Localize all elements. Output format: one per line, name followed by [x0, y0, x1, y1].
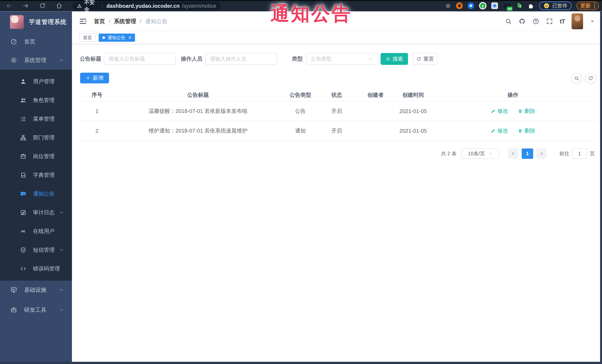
- delete-icon: [518, 109, 523, 114]
- announcement-icon: [20, 191, 26, 197]
- search-icon: [574, 76, 579, 81]
- tag-notice-active[interactable]: 通知公告 ×: [99, 33, 135, 42]
- security-label: 不安全: [84, 0, 98, 13]
- sidebar-item-infrastructure[interactable]: 基础设施: [0, 281, 72, 299]
- delete-button[interactable]: 删除: [518, 107, 535, 115]
- active-dot-icon: [102, 36, 105, 39]
- sidebar-item-dashboard[interactable]: 首页: [0, 32, 72, 51]
- sidebar-item-post-badge[interactable]: 岗位管理: [0, 147, 72, 166]
- sidebar-item-online-users[interactable]: 在线用户: [0, 222, 72, 240]
- tag-label: 首页: [83, 35, 92, 41]
- page-number-button[interactable]: 1: [522, 148, 533, 159]
- extension-recorder-on-icon[interactable]: on: [503, 2, 511, 9]
- breadcrumb-home[interactable]: 首页: [94, 18, 105, 25]
- watermark-annotation: 通知公告: [270, 1, 352, 27]
- notice-table: 序号 公告标题 公告类型 状态 创建者 创建时间 操作 1 温馨提醒：2018-…: [79, 89, 597, 141]
- url-host: dashboard.yudao.iocoder.cn: [107, 3, 180, 9]
- type-select[interactable]: 公告类型: [306, 53, 378, 65]
- caret-down-icon[interactable]: [590, 19, 595, 24]
- operator-filter-input[interactable]: [205, 53, 277, 65]
- sidebar-item-audit-log[interactable]: 审计日志: [0, 203, 72, 222]
- hamburger-fold-icon[interactable]: [79, 17, 87, 26]
- emoji-face-icon: [543, 3, 550, 9]
- browser-extensions-cluster: y on 已暂停 更新: [445, 0, 599, 11]
- chevron-down-icon: [59, 307, 64, 312]
- chevron-down-icon: [368, 56, 373, 62]
- back-icon[interactable]: [6, 2, 13, 9]
- help-icon[interactable]: [532, 18, 539, 25]
- menu-kebab-icon[interactable]: [594, 3, 595, 8]
- title-filter-input[interactable]: [104, 53, 176, 65]
- user-avatar[interactable]: [572, 13, 583, 29]
- sidebar-item-dictionary[interactable]: 字典管理: [0, 166, 72, 184]
- sidebar-item-label: 通知公告: [33, 190, 54, 198]
- column-no: 序号: [79, 89, 115, 101]
- fullscreen-icon[interactable]: [546, 18, 553, 25]
- page-size-select[interactable]: 10条/页: [462, 148, 499, 159]
- refresh-table-button[interactable]: [585, 73, 596, 83]
- add-button-label: 新增: [93, 74, 104, 82]
- goto-label: 前往: [559, 150, 569, 157]
- breadcrumb-system[interactable]: 系统管理: [114, 18, 136, 25]
- font-size-icon[interactable]: tT: [560, 18, 565, 25]
- sidebar-item-label: 审计日志: [33, 209, 54, 216]
- dashboard-icon: [11, 38, 17, 45]
- search-icon[interactable]: [505, 18, 512, 25]
- edit-button[interactable]: 修改: [491, 127, 508, 135]
- home-icon[interactable]: [56, 2, 63, 9]
- forward-icon[interactable]: [22, 2, 29, 9]
- browser-scrollbar[interactable]: [600, 11, 602, 364]
- goto-page-input[interactable]: [572, 148, 587, 159]
- breadcrumb-separator: /: [140, 18, 141, 24]
- type-select-placeholder: 公告类型: [311, 55, 332, 62]
- bookmark-star-icon[interactable]: [445, 3, 451, 9]
- prev-page-button[interactable]: [508, 148, 518, 159]
- next-page-button[interactable]: [537, 148, 547, 159]
- column-creator: 创建者: [354, 89, 398, 101]
- address-bar[interactable]: 不安全 dashboard.yudao.iocoder.cn/system/no…: [72, 2, 221, 10]
- table-header-row: 序号 公告标题 公告类型 状态 创建者 创建时间 操作: [79, 89, 597, 101]
- app-logo-row[interactable]: 芋道管理系统: [0, 11, 72, 32]
- sidebar-item-gear[interactable]: 系统管理: [0, 51, 72, 70]
- sidebar-item-org-tree[interactable]: 部门管理: [0, 128, 72, 147]
- extension-diamond-icon[interactable]: [491, 2, 498, 9]
- edit-button[interactable]: 修改: [491, 107, 508, 115]
- gear-icon: [11, 57, 17, 63]
- reset-button[interactable]: 重置: [413, 53, 437, 65]
- extension-green-y-icon[interactable]: y: [479, 2, 486, 10]
- paused-profile-chip[interactable]: 已暂停: [539, 1, 572, 10]
- github-icon[interactable]: [518, 18, 526, 25]
- tag-home[interactable]: 首页: [79, 33, 96, 42]
- sidebar-item-users[interactable]: 角色管理: [0, 91, 72, 110]
- sidebar-item-menu-tree[interactable]: 菜单管理: [0, 110, 72, 128]
- dictionary-icon: [20, 172, 26, 178]
- main-area: 首页 / 系统管理 / 通知公告 tT 首页 通知公告: [72, 11, 600, 362]
- search-button[interactable]: 搜索: [381, 53, 408, 65]
- window-bottom-edge: [0, 362, 602, 364]
- sidebar-item-label: 系统管理: [24, 57, 46, 64]
- sidebar-item-label: 字典管理: [33, 171, 54, 179]
- sidebar-item-user[interactable]: 用户管理: [0, 72, 72, 91]
- extensions-puzzle-icon[interactable]: [528, 2, 534, 9]
- pagination: 共 2 条 10条/页 1 前往 页: [441, 148, 595, 159]
- extension-blue-drop-icon[interactable]: [468, 2, 474, 9]
- post-badge-icon: [20, 153, 26, 160]
- edit-icon: [491, 128, 495, 133]
- close-icon[interactable]: ×: [128, 35, 131, 40]
- update-button[interactable]: 更新: [576, 1, 599, 10]
- extension-orange-ring-icon[interactable]: [456, 2, 463, 9]
- sidebar-item-sms-shield[interactable]: 短信管理: [0, 240, 72, 259]
- add-button[interactable]: 新增: [80, 73, 109, 83]
- chevron-left-icon: [511, 151, 516, 156]
- sidebar-item-announcement[interactable]: 通知公告: [0, 184, 72, 203]
- toggle-search-button[interactable]: [571, 73, 582, 83]
- page-unit-label: 页: [590, 150, 595, 157]
- sidebar-item-error-code[interactable]: 错误码管理: [0, 259, 72, 278]
- sidebar-item-label: 短信管理: [33, 246, 54, 254]
- audit-log-icon: [20, 209, 26, 216]
- reload-icon[interactable]: [39, 2, 46, 9]
- delete-button[interactable]: 删除: [518, 127, 535, 135]
- breadcrumb: 首页 / 系统管理 / 通知公告: [94, 11, 167, 31]
- sidebar-item-dev-tools[interactable]: 研发工具: [0, 301, 72, 319]
- extension-sprout-icon[interactable]: [516, 2, 523, 9]
